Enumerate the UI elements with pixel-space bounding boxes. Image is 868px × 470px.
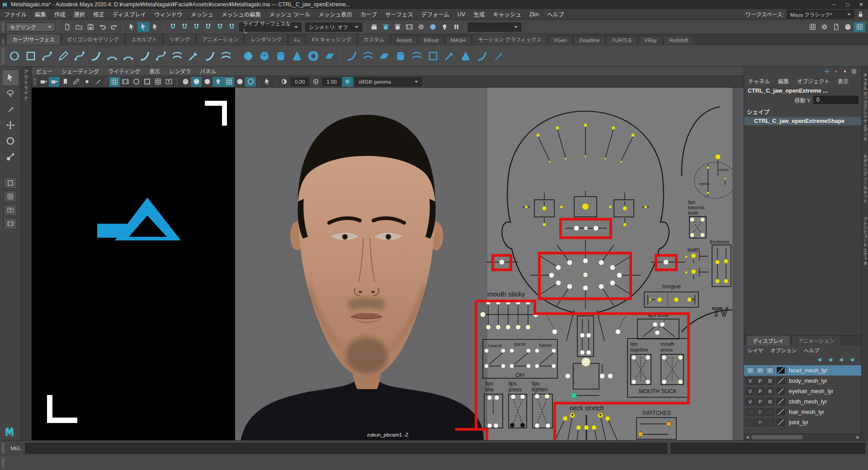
layer-name[interactable]: joint_lyr bbox=[787, 419, 808, 426]
field-chart-icon[interactable] bbox=[152, 77, 163, 87]
shelf-tab-7[interactable]: FX キャッシング bbox=[306, 34, 357, 45]
anti-aliasing-icon[interactable] bbox=[245, 77, 256, 87]
wireframe-mode-icon[interactable] bbox=[180, 77, 191, 87]
menu-6[interactable]: ウィンドウ bbox=[150, 10, 187, 19]
birail-icon[interactable] bbox=[409, 47, 425, 65]
command-result-field[interactable] bbox=[671, 443, 865, 454]
channel-manip-icon[interactable] bbox=[822, 68, 831, 75]
layer-editor-menu-0[interactable]: レイヤ bbox=[744, 347, 767, 354]
film-gate-icon[interactable] bbox=[120, 77, 131, 87]
layer-row[interactable]: Pjoint_lyr bbox=[744, 417, 861, 428]
extend-curve-icon[interactable] bbox=[202, 47, 218, 65]
camera-attributes-icon[interactable] bbox=[60, 77, 71, 87]
redo-icon[interactable] bbox=[108, 22, 120, 32]
command-line-grip[interactable] bbox=[2, 443, 5, 453]
select-tool[interactable] bbox=[3, 70, 18, 85]
safe-title-icon[interactable] bbox=[163, 77, 174, 87]
workspace-dropdown[interactable]: Maya クラシック* bbox=[787, 10, 854, 19]
shadows-toggle-icon[interactable] bbox=[223, 77, 234, 87]
sidebar-tab-0[interactable]: チャネル ボックス/レイヤ エディタ bbox=[862, 73, 868, 141]
ep-curve-tool-icon[interactable] bbox=[71, 47, 88, 65]
bevel-plus-icon[interactable] bbox=[458, 47, 474, 65]
two-d-pan-zoom-icon[interactable] bbox=[92, 77, 103, 87]
image-plane-icon[interactable] bbox=[81, 77, 92, 87]
layer-color-swatch[interactable] bbox=[777, 409, 785, 415]
panel-menu-4[interactable]: レンダラ bbox=[165, 67, 195, 75]
layer-reference-toggle[interactable]: R bbox=[766, 377, 774, 385]
menu-9[interactable]: メッシュ ツール bbox=[265, 10, 314, 19]
viewport[interactable]: .ln{stroke:#141414;stroke-width:1.3;fill… bbox=[32, 88, 744, 440]
panel-toolbar-grip[interactable] bbox=[33, 78, 36, 86]
menu-0[interactable]: ファイル bbox=[0, 10, 31, 19]
shelf-tab-1[interactable]: ポリゴンのモデリング bbox=[61, 34, 125, 45]
move-layer-up-icon[interactable] bbox=[814, 356, 825, 364]
attr-value-field[interactable]: 0 bbox=[813, 96, 859, 104]
color-management-toggle-icon[interactable] bbox=[342, 77, 353, 87]
layer-list-scrollbar[interactable]: ◀ ▶ bbox=[744, 433, 861, 440]
layer-playback-toggle[interactable]: P bbox=[756, 398, 764, 405]
scroll-right-icon[interactable]: ▶ bbox=[855, 435, 861, 439]
shelf-tab-15[interactable]: TURTLE bbox=[606, 36, 638, 45]
panel-menu-5[interactable]: パネル bbox=[195, 67, 221, 75]
gamma-field[interactable]: 1.00 bbox=[322, 78, 340, 86]
modeling-toolkit-toggle-icon[interactable] bbox=[842, 22, 854, 32]
open-scene-icon[interactable] bbox=[73, 22, 85, 32]
layer-row[interactable]: Phair_mesh_lyr bbox=[744, 407, 861, 417]
menu-16[interactable]: キャッシュ bbox=[489, 10, 525, 19]
menu-5[interactable]: ディスプレイ bbox=[108, 10, 150, 19]
live-surface-field[interactable]: ライブ サーフェスなし bbox=[239, 23, 302, 32]
layer-reference-toggle[interactable]: R bbox=[766, 398, 774, 405]
channel-box-menu-3[interactable]: 表示 bbox=[834, 77, 853, 85]
attribute-editor-toggle-icon[interactable] bbox=[830, 22, 842, 32]
lasso-select-tool[interactable] bbox=[3, 86, 18, 101]
nurbs-sphere-icon[interactable] bbox=[240, 47, 256, 65]
layer-color-swatch[interactable] bbox=[777, 377, 785, 384]
new-empty-layer-icon[interactable] bbox=[836, 356, 847, 364]
shelf-tab-6[interactable]: Fx bbox=[288, 36, 306, 45]
shelf-tab-9[interactable]: Arnold bbox=[391, 36, 417, 45]
viewport-canvas[interactable]: .ln{stroke:#141414;stroke-width:1.3;fill… bbox=[32, 88, 744, 440]
shelf-tab-2[interactable]: スカルプト bbox=[125, 34, 163, 45]
channel-box-toggle-icon[interactable] bbox=[854, 22, 865, 32]
offset-curve-icon[interactable] bbox=[218, 47, 234, 65]
layer-playback-toggle[interactable]: P bbox=[756, 367, 764, 374]
loft-icon[interactable] bbox=[360, 47, 376, 65]
layer-color-swatch[interactable] bbox=[777, 388, 785, 395]
nurbs-torus-icon[interactable] bbox=[305, 47, 321, 65]
command-line-language-toggle[interactable]: MEL bbox=[6, 446, 25, 451]
three-point-arc-icon[interactable] bbox=[104, 47, 120, 65]
layer-row[interactable]: VPReyehair_mesh_lyr bbox=[744, 386, 861, 396]
curve-edit-tool-icon[interactable] bbox=[137, 47, 153, 65]
attach-curves-icon[interactable] bbox=[169, 47, 185, 65]
layer-row[interactable]: VPRcloth_mesh_lyr bbox=[744, 396, 861, 407]
channel-box-menu-1[interactable]: 編集 bbox=[774, 77, 793, 85]
minimize-button[interactable]: ─ bbox=[827, 0, 841, 9]
maximize-button[interactable]: □ bbox=[841, 0, 854, 9]
layer-visibility-toggle[interactable]: V bbox=[746, 398, 755, 405]
render-settings-icon[interactable] bbox=[415, 22, 427, 32]
layer-visibility-toggle[interactable]: V bbox=[746, 367, 755, 374]
bezier-curve-tool-icon[interactable] bbox=[88, 47, 104, 65]
shelf-tab-16[interactable]: VRay bbox=[638, 36, 663, 45]
bookmark-view-icon[interactable] bbox=[71, 77, 81, 87]
single-pane-layout-button[interactable] bbox=[4, 177, 17, 189]
layer-name[interactable]: eyehair_mesh_lyr bbox=[787, 388, 834, 395]
menu-17[interactable]: Zkn bbox=[525, 11, 543, 18]
light-editor-icon[interactable] bbox=[439, 22, 450, 32]
select-object-icon[interactable] bbox=[137, 22, 149, 32]
shelf-tab-4[interactable]: アニメーション bbox=[196, 34, 244, 45]
cv-curve-tool-icon[interactable] bbox=[39, 47, 55, 65]
workspace-lock-icon[interactable] bbox=[854, 9, 866, 19]
planar-trim-icon[interactable] bbox=[376, 47, 392, 65]
command-input[interactable] bbox=[25, 443, 667, 454]
panel-menu-3[interactable]: 表示 bbox=[145, 67, 165, 75]
raise-panels-icon[interactable] bbox=[807, 22, 818, 32]
grid-toggle-icon[interactable] bbox=[109, 77, 120, 87]
menu-3[interactable]: 選択 bbox=[70, 10, 89, 19]
pause-viewport-icon[interactable] bbox=[450, 22, 462, 32]
layer-reference-toggle[interactable] bbox=[766, 419, 774, 426]
menu-13[interactable]: デフォーム bbox=[417, 10, 453, 19]
pencil-curve-tool-icon[interactable] bbox=[55, 47, 71, 65]
snap-curve-icon[interactable] bbox=[179, 22, 190, 32]
shelf-tab-14[interactable]: Deadline bbox=[573, 36, 605, 45]
